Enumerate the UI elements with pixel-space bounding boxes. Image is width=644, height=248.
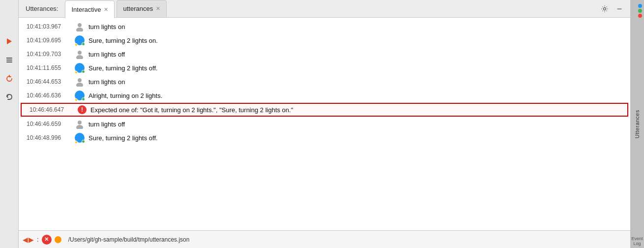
- svg-point-10: [78, 78, 82, 82]
- utterance-text: Sure, turning 2 lights off.: [88, 134, 158, 142]
- svg-point-5: [604, 7, 606, 10]
- tab-utterances-label: utterances: [123, 5, 153, 12]
- svg-point-7: [76, 28, 83, 31]
- tab-interactive[interactable]: Interactive ✕: [65, 0, 115, 18]
- colon-separator: :: [37, 236, 39, 243]
- svg-rect-2: [6, 60, 12, 61]
- user-avatar-icon: [75, 22, 85, 31]
- utterance-row: 10:41:09.703 turn lights off: [19, 47, 630, 61]
- tab-utterances[interactable]: utterances ✕: [117, 0, 167, 18]
- timestamp: 10:41:09.695: [27, 37, 71, 44]
- left-sidebar: [0, 0, 19, 248]
- settings-button[interactable]: [599, 3, 611, 15]
- green-circle-icon: [638, 9, 642, 13]
- main-area: Utterances: Interactive ✕ utterances ✕ −…: [19, 0, 630, 248]
- timestamp: 10:41:09.703: [27, 51, 71, 58]
- tab-interactive-label: Interactive: [71, 6, 101, 13]
- agent-avatar-icon: [75, 133, 85, 143]
- file-path: /Users/git/gh-sample/build/tmp/utterance…: [68, 236, 190, 243]
- utterance-text: Sure, turning 2 lights off.: [88, 64, 158, 72]
- timestamp: 10:46:46.659: [27, 121, 71, 127]
- utterance-row: 10:46:46.659 turn lights off: [19, 117, 630, 131]
- error-icon: !: [78, 105, 87, 114]
- timestamp: 10:46:44.653: [27, 78, 71, 85]
- utterance-row: 10:46:44.653 turn lights on: [19, 75, 630, 89]
- utterance-row: 10:41:11.655 Sure, turning 2 lights off.: [19, 61, 630, 75]
- list-button[interactable]: [2, 53, 16, 67]
- svg-rect-4: [6, 58, 7, 59]
- right-top-icons: [638, 4, 642, 18]
- user-avatar-icon: [75, 49, 85, 59]
- undo-button[interactable]: [2, 91, 16, 104]
- utterance-row: 10:46:46.636 Alright, turning on 2 light…: [19, 89, 630, 102]
- utterance-text: turn lights on: [88, 78, 125, 86]
- left-arrow-icon: ◀: [23, 236, 28, 244]
- svg-point-12: [78, 121, 82, 124]
- status-dot: [55, 236, 61, 243]
- svg-point-13: [76, 125, 83, 129]
- utterance-text: turn lights on: [88, 23, 125, 31]
- tab-bar-actions: −: [599, 3, 625, 15]
- agent-avatar-icon: [75, 35, 85, 45]
- tab-bar-label: Utterances:: [23, 0, 61, 18]
- event-log-area: Event Log: [630, 234, 644, 248]
- utterance-row: 10:41:09.695 Sure, turning 2 lights on.: [19, 33, 630, 47]
- user-avatar-icon: [75, 119, 85, 129]
- refresh-button[interactable]: [2, 72, 16, 86]
- svg-rect-3: [6, 62, 12, 62]
- timestamp: 10:46:46.636: [27, 92, 71, 99]
- utterance-text: turn lights off: [88, 51, 125, 58]
- agent-avatar-icon: [75, 91, 85, 100]
- red-circle-icon: [638, 14, 642, 18]
- timestamp: 10:46:48.996: [27, 134, 71, 141]
- agent-avatar-icon: [75, 63, 85, 73]
- content-area: 10:41:03.967 turn lights on 10:41:09.695…: [19, 18, 630, 230]
- utterance-row: 10:41:03.967 turn lights on: [19, 20, 630, 33]
- tab-bar: Utterances: Interactive ✕ utterances ✕ −: [19, 0, 630, 18]
- navigate-arrows[interactable]: ◀ ▶: [23, 236, 34, 244]
- error-utterance-row: 10:46:46.647 ! Expected one of: "Got it,…: [21, 103, 628, 117]
- svg-point-8: [78, 51, 82, 55]
- play-button[interactable]: [2, 34, 16, 48]
- utterance-text: Expected one of: "Got it, turning on 2 l…: [90, 106, 293, 114]
- utterance-row: 10:46:48.996 Sure, turning 2 lights off.: [19, 131, 630, 145]
- error-dismiss-button[interactable]: ✕: [42, 235, 52, 245]
- utterance-text: Alright, turning on 2 lights.: [88, 92, 162, 99]
- timestamp: 10:41:11.655: [27, 64, 71, 71]
- right-sidebar-label: Utterances: [634, 110, 640, 138]
- tab-interactive-close[interactable]: ✕: [104, 7, 108, 12]
- svg-point-9: [76, 55, 83, 59]
- tab-utterances-close[interactable]: ✕: [156, 6, 160, 11]
- utterance-text: turn lights off: [88, 121, 125, 128]
- minimize-button[interactable]: −: [614, 3, 625, 15]
- user-avatar-icon: [75, 77, 85, 87]
- right-arrow-icon: ▶: [29, 236, 34, 244]
- right-sidebar: Utterances Event Log: [630, 0, 644, 248]
- event-log-label: Event Log: [630, 234, 644, 248]
- bottom-bar: ◀ ▶ : ✕ /Users/git/gh-sample/build/tmp/u…: [19, 230, 630, 248]
- svg-point-6: [78, 23, 82, 27]
- timestamp: 10:46:46.647: [29, 106, 74, 113]
- svg-point-11: [76, 83, 83, 87]
- timestamp: 10:41:03.967: [27, 23, 71, 30]
- svg-marker-0: [7, 38, 12, 44]
- utterance-text: Sure, turning 2 lights on.: [88, 37, 158, 44]
- blue-circle-icon: [638, 4, 642, 8]
